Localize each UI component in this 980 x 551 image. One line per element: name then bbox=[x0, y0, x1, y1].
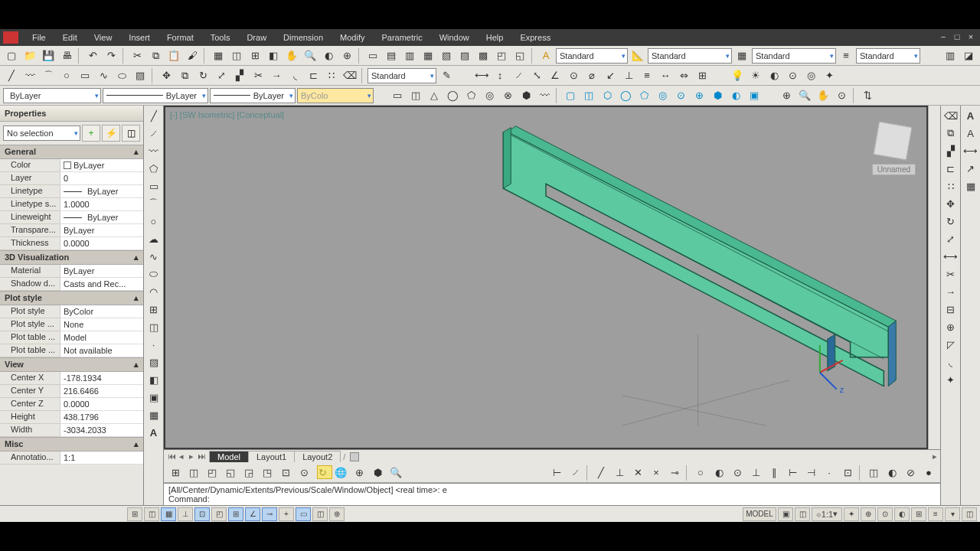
save-icon[interactable]: 💾 bbox=[40, 47, 57, 64]
ucs-icon[interactable]: ⬢ bbox=[369, 465, 386, 481]
extend-icon[interactable]: → bbox=[268, 67, 285, 84]
osnap-icon[interactable]: ⊸ bbox=[666, 465, 683, 481]
status-toggle[interactable]: ⊡ bbox=[194, 507, 210, 521]
tab-layout1[interactable]: Layout1 bbox=[248, 451, 295, 462]
menu-format[interactable]: Format bbox=[159, 31, 201, 44]
copy-icon[interactable]: ⧉ bbox=[942, 125, 959, 142]
ellipse-icon[interactable]: ⬭ bbox=[145, 266, 162, 282]
rotate-icon[interactable]: ↻ bbox=[194, 67, 211, 84]
osnap-icon[interactable]: ⊘ bbox=[902, 465, 919, 481]
lineweight-select[interactable]: ByLayer bbox=[210, 88, 296, 103]
xline-icon[interactable]: ⟋ bbox=[145, 125, 162, 142]
rect-icon[interactable]: ▭ bbox=[77, 67, 93, 84]
fillet-icon[interactable]: ◟ bbox=[942, 354, 959, 370]
property-row[interactable]: Center Z0.0000 bbox=[0, 398, 143, 411]
arc-icon[interactable]: ⌒ bbox=[40, 67, 57, 84]
osnap-icon[interactable]: ⊥ bbox=[611, 465, 628, 481]
arc-icon[interactable]: ⌒ bbox=[145, 195, 162, 212]
solid-icon[interactable]: ⊙ bbox=[672, 87, 689, 104]
menu-view[interactable]: View bbox=[87, 31, 120, 44]
ml-style-icon[interactable]: ≡ bbox=[838, 47, 854, 64]
status-model[interactable]: MODEL bbox=[743, 507, 776, 521]
add-selection-icon[interactable]: + bbox=[82, 125, 100, 142]
scrollbar-vertical[interactable] bbox=[928, 106, 940, 449]
osnap-icon[interactable]: ◐ bbox=[710, 465, 727, 481]
osnap-icon[interactable]: ⊢ bbox=[548, 465, 565, 481]
nav-icon[interactable]: ⊙ bbox=[833, 87, 850, 104]
status-toggle[interactable]: ◫ bbox=[144, 507, 159, 521]
status-toggle[interactable]: ⊕ bbox=[861, 507, 876, 521]
property-row[interactable]: Width-3034.2033 bbox=[0, 424, 143, 437]
dim-icon[interactable]: ↙ bbox=[602, 67, 619, 84]
menu-file[interactable]: File bbox=[24, 31, 54, 44]
close-icon[interactable]: × bbox=[965, 32, 977, 43]
table-icon[interactable]: ▦ bbox=[962, 178, 979, 194]
ucs-icon[interactable]: ↻ bbox=[314, 465, 331, 481]
status-toggle[interactable]: ▦ bbox=[161, 507, 176, 521]
dim-icon[interactable]: ⌀ bbox=[583, 67, 600, 84]
tool-icon[interactable]: ◧ bbox=[265, 47, 282, 64]
text-style-icon[interactable]: A bbox=[537, 47, 554, 64]
tab-last-icon[interactable]: ⏭ bbox=[197, 452, 206, 461]
zoom-icon[interactable]: 🔍 bbox=[302, 47, 318, 64]
menu-insert[interactable]: Insert bbox=[121, 31, 158, 44]
ucs-icon[interactable]: ◲ bbox=[240, 465, 257, 481]
properties-section-header[interactable]: 3D Visualization▴ bbox=[0, 250, 143, 265]
dim-icon[interactable]: ⊥ bbox=[620, 67, 637, 84]
properties-section-header[interactable]: Misc▴ bbox=[0, 437, 143, 452]
pline-icon[interactable]: 〰 bbox=[145, 142, 162, 159]
cut-icon[interactable]: ✂ bbox=[129, 47, 145, 64]
ucs-icon[interactable]: 🌐 bbox=[332, 465, 349, 481]
solid-icon[interactable]: ◎ bbox=[481, 87, 498, 104]
light-icon[interactable]: ✦ bbox=[821, 67, 838, 84]
dim-icon[interactable]: ⟷ bbox=[962, 142, 979, 159]
stretch-icon[interactable]: ⟷ bbox=[942, 248, 959, 265]
scale-icon[interactable]: ⤢ bbox=[942, 230, 959, 247]
nav-icon[interactable]: ⊕ bbox=[778, 87, 795, 104]
break-icon[interactable]: ⊟ bbox=[942, 301, 959, 318]
offset-icon[interactable]: ⊏ bbox=[305, 67, 322, 84]
osnap-icon[interactable]: ⊥ bbox=[747, 465, 764, 481]
osnap-icon[interactable]: ⊡ bbox=[839, 465, 856, 481]
ellipse-arc-icon[interactable]: ◠ bbox=[145, 283, 162, 300]
command-line[interactable]: [All/Center/Dynamic/Extents/Previous/Sca… bbox=[164, 483, 940, 505]
status-toggle[interactable]: ⊥ bbox=[178, 507, 193, 521]
tool-icon[interactable]: ▨ bbox=[456, 47, 473, 64]
status-toggle[interactable]: ▭ bbox=[296, 507, 311, 521]
solid-icon[interactable]: ⊕ bbox=[691, 87, 707, 104]
property-row[interactable]: Center X-178.1934 bbox=[0, 372, 143, 385]
point-icon[interactable]: · bbox=[145, 336, 162, 353]
status-toggle[interactable]: ▾ bbox=[945, 507, 960, 521]
copy-icon[interactable]: ⧉ bbox=[176, 67, 193, 84]
osnap-icon[interactable]: ⟋ bbox=[567, 465, 583, 481]
line-icon[interactable]: ╱ bbox=[145, 107, 162, 124]
property-row[interactable]: MaterialByLayer bbox=[0, 265, 143, 278]
osnap-icon[interactable]: ∥ bbox=[766, 465, 782, 481]
osnap-icon[interactable]: ◐ bbox=[884, 465, 900, 481]
dim-icon[interactable]: ⊞ bbox=[694, 67, 710, 84]
menu-modify[interactable]: Modify bbox=[332, 31, 372, 44]
dim-icon[interactable]: ⇔ bbox=[675, 67, 692, 84]
status-toggle[interactable]: ◐ bbox=[894, 507, 910, 521]
join-icon[interactable]: ⊕ bbox=[942, 318, 959, 335]
viewcube-label[interactable]: Unnamed bbox=[872, 164, 916, 175]
table-style-icon[interactable]: ▦ bbox=[733, 47, 750, 64]
ml-style-select[interactable]: Standard bbox=[856, 48, 920, 64]
menu-draw[interactable]: Draw bbox=[239, 31, 274, 44]
solid-icon[interactable]: △ bbox=[426, 87, 443, 104]
select-objects-icon[interactable]: ◫ bbox=[122, 125, 140, 142]
status-toggle[interactable]: ⊙ bbox=[877, 507, 893, 521]
dim-icon[interactable]: ⤡ bbox=[528, 67, 545, 84]
property-row[interactable]: Layer0 bbox=[0, 172, 143, 185]
print-icon[interactable]: 🖶 bbox=[58, 47, 75, 64]
osnap-icon[interactable]: ◫ bbox=[865, 465, 882, 481]
tool-icon[interactable]: ◰ bbox=[493, 47, 510, 64]
solid-icon[interactable]: ◎ bbox=[654, 87, 671, 104]
property-row[interactable]: Annotatio...1:1 bbox=[0, 452, 143, 465]
dim-icon[interactable]: ⊙ bbox=[565, 67, 582, 84]
line-icon[interactable]: ╱ bbox=[3, 67, 20, 84]
solid-icon[interactable]: ▢ bbox=[562, 87, 579, 104]
light-icon[interactable]: ◐ bbox=[766, 67, 782, 84]
property-row[interactable]: Plot table ...Not available bbox=[0, 344, 143, 357]
paste-icon[interactable]: 📋 bbox=[165, 47, 182, 64]
